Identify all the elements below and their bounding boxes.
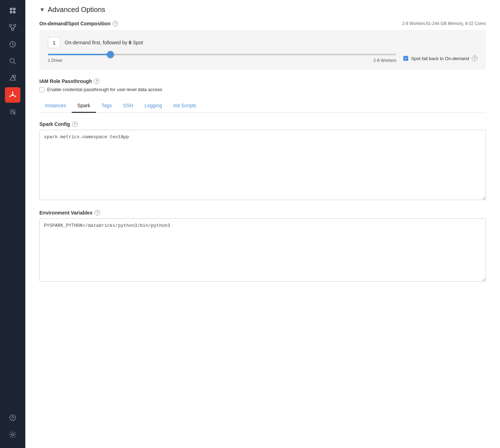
iam-label: IAM Role Passthrough ? — [39, 78, 486, 84]
svg-line-10 — [13, 27, 15, 28]
svg-line-8 — [11, 27, 13, 28]
svg-line-22 — [11, 95, 12, 96]
section-title: Advanced Options — [48, 6, 105, 14]
sidebar-icon-workspace[interactable] — [5, 3, 20, 18]
iam-checkbox[interactable] — [39, 87, 44, 92]
slider-wrapper: 1 Driver 2-8 Workers — [48, 54, 396, 63]
sidebar-icon-repos[interactable] — [5, 20, 20, 35]
slider-track — [48, 54, 396, 55]
sidebar-icon-help[interactable]: ? — [5, 410, 20, 425]
workers-label: 2-8 Workers — [373, 58, 396, 63]
spot-fallback-checkbox[interactable]: ✓ — [403, 56, 408, 61]
svg-text:?: ? — [11, 416, 14, 421]
svg-line-13 — [14, 62, 15, 64]
env-vars-section: Environment Variables ? — [39, 210, 486, 283]
svg-point-6 — [12, 28, 14, 31]
env-vars-textarea[interactable] — [39, 218, 486, 282]
section-header: ▼ Advanced Options — [39, 6, 486, 14]
composition-box: 1 On-demand first, followed by 8 Spot 1 … — [39, 30, 486, 70]
slider-container[interactable] — [48, 54, 396, 55]
sidebar: ? — [0, 0, 25, 448]
svg-point-4 — [9, 24, 12, 26]
iam-section: IAM Role Passthrough ? Enable credential… — [39, 78, 486, 92]
slider-fill — [48, 54, 110, 55]
slider-thumb[interactable] — [107, 51, 114, 58]
svg-point-27 — [12, 434, 14, 436]
spark-config-textarea[interactable] — [39, 130, 486, 200]
svg-rect-3 — [13, 11, 15, 13]
tabs-row: Instances Spark Tags SSH Logging Init Sc… — [39, 99, 486, 113]
tab-init-scripts[interactable]: Init Scripts — [168, 99, 202, 113]
tab-ssh[interactable]: SSH — [117, 99, 139, 113]
spark-config-label: Spark Config ? — [39, 121, 486, 127]
svg-point-17 — [12, 92, 13, 93]
svg-rect-2 — [10, 11, 12, 13]
svg-point-16 — [12, 94, 14, 96]
sidebar-icon-search[interactable] — [5, 53, 20, 69]
svg-point-5 — [14, 24, 16, 26]
iam-checkbox-row: Enable credential passthrough for user-l… — [39, 87, 486, 92]
tab-tags[interactable]: Tags — [96, 99, 118, 113]
main-content: ▼ Advanced Options On-demand/Spot Compos… — [25, 0, 500, 448]
svg-rect-1 — [13, 8, 15, 10]
svg-point-19 — [9, 96, 11, 97]
composition-help-icon[interactable]: ? — [113, 21, 118, 26]
sidebar-icon-shapes[interactable] — [5, 70, 20, 86]
composition-info: 2-8 Workers:61-244 GB Memory, 8-32 Cores — [402, 21, 486, 26]
collapse-arrow-icon[interactable]: ▼ — [39, 7, 45, 13]
slider-row: 1 Driver 2-8 Workers ✓ Spot fall back to… — [48, 54, 477, 63]
sidebar-icon-jobs[interactable] — [5, 104, 20, 120]
spot-fallback-label: Spot fall back to On-demand — [411, 56, 469, 61]
demand-count-badge: 1 — [48, 37, 60, 48]
tab-spark[interactable]: Spark — [72, 99, 96, 113]
composition-label: On-demand/Spot Composition ? — [39, 21, 118, 26]
iam-checkbox-label: Enable credential passthrough for user-l… — [47, 87, 162, 92]
spot-fallback: ✓ Spot fall back to On-demand ? — [403, 56, 477, 61]
tab-instances[interactable]: Instances — [39, 99, 72, 113]
svg-line-21 — [14, 95, 15, 96]
sidebar-icon-cluster[interactable] — [5, 87, 20, 103]
composition-field-row: On-demand/Spot Composition ? 2-8 Workers… — [39, 21, 486, 26]
svg-rect-0 — [10, 8, 12, 10]
env-vars-label: Environment Variables ? — [39, 210, 486, 216]
env-vars-help-icon[interactable]: ? — [95, 210, 100, 216]
iam-help-icon[interactable]: ? — [94, 78, 100, 84]
tab-logging[interactable]: Logging — [139, 99, 168, 113]
svg-point-18 — [15, 96, 16, 97]
spark-config-section: Spark Config ? — [39, 121, 486, 201]
composition-top: 1 On-demand first, followed by 8 Spot — [48, 37, 477, 48]
slider-labels: 1 Driver 2-8 Workers — [48, 58, 396, 63]
sidebar-icon-history[interactable] — [5, 37, 20, 52]
sidebar-icon-settings[interactable] — [5, 427, 20, 442]
spark-config-help-icon[interactable]: ? — [72, 121, 78, 127]
composition-text: On-demand first, followed by 8 Spot — [65, 40, 143, 45]
driver-label: 1 Driver — [48, 58, 63, 63]
spot-count: 8 — [129, 40, 132, 45]
spot-fallback-help-icon[interactable]: ? — [472, 56, 477, 61]
